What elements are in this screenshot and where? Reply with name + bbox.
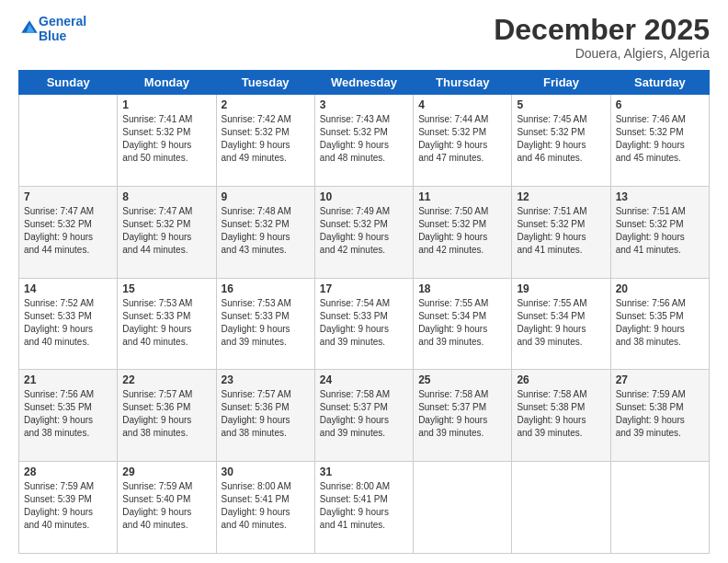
col-wednesday: Wednesday [314, 71, 413, 95]
table-row: 5Sunrise: 7:45 AM Sunset: 5:32 PM Daylig… [512, 95, 610, 187]
table-row: 11Sunrise: 7:50 AM Sunset: 5:32 PM Dayli… [414, 186, 512, 278]
table-row: 9Sunrise: 7:48 AM Sunset: 5:32 PM Daylig… [216, 186, 314, 278]
table-row: 6Sunrise: 7:46 AM Sunset: 5:32 PM Daylig… [610, 95, 709, 187]
table-row: 27Sunrise: 7:59 AM Sunset: 5:38 PM Dayli… [610, 370, 709, 462]
day-info: Sunrise: 7:46 AM Sunset: 5:32 PM Dayligh… [616, 113, 704, 165]
day-info: Sunrise: 7:57 AM Sunset: 5:36 PM Dayligh… [222, 388, 310, 440]
table-row: 21Sunrise: 7:56 AM Sunset: 5:35 PM Dayli… [19, 370, 118, 462]
day-number: 30 [222, 465, 310, 478]
day-info: Sunrise: 7:53 AM Sunset: 5:33 PM Dayligh… [122, 297, 210, 349]
day-info: Sunrise: 7:47 AM Sunset: 5:32 PM Dayligh… [24, 205, 112, 257]
table-row: 29Sunrise: 7:59 AM Sunset: 5:40 PM Dayli… [118, 462, 216, 554]
day-number: 18 [418, 282, 506, 295]
title-area: December 2025 Douera, Algiers, Algeria [494, 14, 710, 61]
table-row: 24Sunrise: 7:58 AM Sunset: 5:37 PM Dayli… [314, 370, 413, 462]
day-info: Sunrise: 7:45 AM Sunset: 5:32 PM Dayligh… [517, 113, 605, 165]
page: General Blue December 2025 Douera, Algie… [0, 0, 728, 563]
table-row [414, 462, 512, 554]
day-number: 12 [517, 190, 605, 203]
table-row: 13Sunrise: 7:51 AM Sunset: 5:32 PM Dayli… [610, 186, 709, 278]
day-info: Sunrise: 8:00 AM Sunset: 5:41 PM Dayligh… [320, 480, 408, 532]
day-number: 5 [517, 98, 605, 111]
day-number: 16 [222, 282, 310, 295]
day-number: 21 [24, 373, 112, 386]
calendar-week-row: 7Sunrise: 7:47 AM Sunset: 5:32 PM Daylig… [19, 186, 710, 278]
calendar-week-row: 1Sunrise: 7:41 AM Sunset: 5:32 PM Daylig… [19, 95, 710, 187]
day-number: 23 [222, 373, 310, 386]
day-info: Sunrise: 7:47 AM Sunset: 5:32 PM Dayligh… [122, 205, 210, 257]
day-number: 13 [616, 190, 704, 203]
location: Douera, Algiers, Algeria [494, 46, 710, 61]
col-sunday: Sunday [19, 71, 118, 95]
day-info: Sunrise: 7:59 AM Sunset: 5:38 PM Dayligh… [616, 388, 704, 440]
table-row: 3Sunrise: 7:43 AM Sunset: 5:32 PM Daylig… [314, 95, 413, 187]
table-row: 20Sunrise: 7:56 AM Sunset: 5:35 PM Dayli… [610, 278, 709, 370]
table-row: 19Sunrise: 7:55 AM Sunset: 5:34 PM Dayli… [512, 278, 610, 370]
day-number: 28 [24, 465, 112, 478]
day-number: 19 [517, 282, 605, 295]
day-number: 14 [24, 282, 112, 295]
table-row: 10Sunrise: 7:49 AM Sunset: 5:32 PM Dayli… [314, 186, 413, 278]
calendar-week-row: 28Sunrise: 7:59 AM Sunset: 5:39 PM Dayli… [19, 462, 710, 554]
table-row: 17Sunrise: 7:54 AM Sunset: 5:33 PM Dayli… [314, 278, 413, 370]
month-title: December 2025 [494, 14, 710, 46]
table-row: 7Sunrise: 7:47 AM Sunset: 5:32 PM Daylig… [19, 186, 118, 278]
day-info: Sunrise: 7:56 AM Sunset: 5:35 PM Dayligh… [24, 388, 112, 440]
logo: General Blue [18, 14, 86, 43]
day-info: Sunrise: 7:52 AM Sunset: 5:33 PM Dayligh… [24, 297, 112, 349]
table-row: 23Sunrise: 7:57 AM Sunset: 5:36 PM Dayli… [216, 370, 314, 462]
day-number: 1 [122, 98, 210, 111]
day-number: 2 [222, 98, 310, 111]
table-row: 30Sunrise: 8:00 AM Sunset: 5:41 PM Dayli… [216, 462, 314, 554]
day-info: Sunrise: 7:55 AM Sunset: 5:34 PM Dayligh… [418, 297, 506, 349]
day-info: Sunrise: 7:58 AM Sunset: 5:37 PM Dayligh… [418, 388, 506, 440]
day-number: 4 [418, 98, 506, 111]
calendar-table: Sunday Monday Tuesday Wednesday Thursday… [18, 70, 710, 554]
day-info: Sunrise: 7:57 AM Sunset: 5:36 PM Dayligh… [122, 388, 210, 440]
day-info: Sunrise: 7:41 AM Sunset: 5:32 PM Dayligh… [122, 113, 210, 165]
day-number: 24 [320, 373, 408, 386]
day-number: 29 [122, 465, 210, 478]
day-number: 7 [24, 190, 112, 203]
day-number: 17 [320, 282, 408, 295]
calendar-week-row: 21Sunrise: 7:56 AM Sunset: 5:35 PM Dayli… [19, 370, 710, 462]
table-row: 8Sunrise: 7:47 AM Sunset: 5:32 PM Daylig… [118, 186, 216, 278]
day-number: 15 [122, 282, 210, 295]
table-row [512, 462, 610, 554]
day-number: 26 [517, 373, 605, 386]
day-number: 22 [122, 373, 210, 386]
day-number: 27 [616, 373, 704, 386]
table-row: 26Sunrise: 7:58 AM Sunset: 5:38 PM Dayli… [512, 370, 610, 462]
col-monday: Monday [118, 71, 216, 95]
header: General Blue December 2025 Douera, Algie… [18, 14, 710, 61]
day-info: Sunrise: 7:43 AM Sunset: 5:32 PM Dayligh… [320, 113, 408, 165]
table-row: 31Sunrise: 8:00 AM Sunset: 5:41 PM Dayli… [314, 462, 413, 554]
logo-icon [20, 19, 39, 38]
day-info: Sunrise: 7:48 AM Sunset: 5:32 PM Dayligh… [222, 205, 310, 257]
col-tuesday: Tuesday [216, 71, 314, 95]
day-number: 20 [616, 282, 704, 295]
table-row: 14Sunrise: 7:52 AM Sunset: 5:33 PM Dayli… [19, 278, 118, 370]
col-friday: Friday [512, 71, 610, 95]
day-number: 25 [418, 373, 506, 386]
col-thursday: Thursday [414, 71, 512, 95]
table-row: 1Sunrise: 7:41 AM Sunset: 5:32 PM Daylig… [118, 95, 216, 187]
day-number: 10 [320, 190, 408, 203]
day-info: Sunrise: 8:00 AM Sunset: 5:41 PM Dayligh… [222, 480, 310, 532]
col-saturday: Saturday [610, 71, 709, 95]
table-row: 2Sunrise: 7:42 AM Sunset: 5:32 PM Daylig… [216, 95, 314, 187]
logo-text: General Blue [39, 14, 86, 43]
table-row: 18Sunrise: 7:55 AM Sunset: 5:34 PM Dayli… [414, 278, 512, 370]
table-row: 4Sunrise: 7:44 AM Sunset: 5:32 PM Daylig… [414, 95, 512, 187]
table-row: 22Sunrise: 7:57 AM Sunset: 5:36 PM Dayli… [118, 370, 216, 462]
day-info: Sunrise: 7:51 AM Sunset: 5:32 PM Dayligh… [517, 205, 605, 257]
table-row: 12Sunrise: 7:51 AM Sunset: 5:32 PM Dayli… [512, 186, 610, 278]
day-number: 6 [616, 98, 704, 111]
table-row: 16Sunrise: 7:53 AM Sunset: 5:33 PM Dayli… [216, 278, 314, 370]
day-info: Sunrise: 7:58 AM Sunset: 5:37 PM Dayligh… [320, 388, 408, 440]
day-number: 3 [320, 98, 408, 111]
day-info: Sunrise: 7:56 AM Sunset: 5:35 PM Dayligh… [616, 297, 704, 349]
day-info: Sunrise: 7:50 AM Sunset: 5:32 PM Dayligh… [418, 205, 506, 257]
day-info: Sunrise: 7:53 AM Sunset: 5:33 PM Dayligh… [222, 297, 310, 349]
day-number: 9 [222, 190, 310, 203]
